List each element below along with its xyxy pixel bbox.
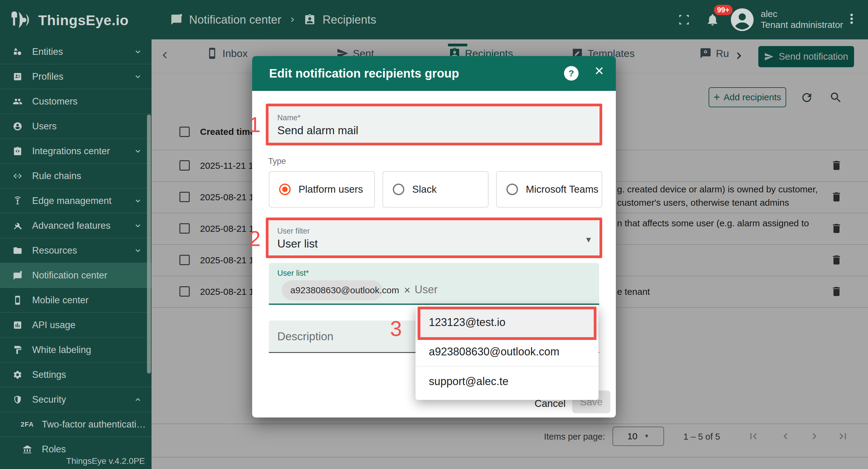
avatar[interactable] xyxy=(730,7,755,32)
type-label: Type xyxy=(268,157,286,166)
sidebar-item-customers[interactable]: Customers xyxy=(0,89,152,114)
logo-text: ThingsEye.io xyxy=(38,12,129,29)
2fa-icon: 2FA xyxy=(21,420,34,429)
dropdown-caret-icon[interactable]: ▼ xyxy=(585,235,592,245)
sidebar-item-label: Security xyxy=(32,394,133,405)
sidebar-item-advanced-features[interactable]: Advanced features xyxy=(0,213,152,238)
radio-icon[interactable] xyxy=(506,184,518,195)
dropdown-option[interactable]: a923808630@outlook.com xyxy=(415,337,598,367)
sidebar-item-white-labeling[interactable]: White labeling xyxy=(0,338,152,362)
user-chip[interactable]: a923808630@outlook.com × xyxy=(282,280,382,300)
sidebar-item-resources[interactable]: Resources xyxy=(0,238,152,263)
sidebar-item-label: Rule chains xyxy=(32,170,152,182)
user-list-label: User list* xyxy=(277,269,309,278)
chevron-down-icon xyxy=(133,221,143,230)
type-option-microsoft-teams[interactable]: Microsoft Teams xyxy=(496,171,602,208)
type-option-slack[interactable]: Slack xyxy=(382,171,489,208)
sidebar-item-label: Resources xyxy=(32,245,133,256)
dropdown-option[interactable]: support@alec.te xyxy=(415,367,598,396)
sidebar-item-label: Two-factor authenticati… xyxy=(42,419,152,430)
sidebar-item-label: Mobile center xyxy=(32,295,152,306)
sidebar-item-entities[interactable]: Entities xyxy=(0,39,152,64)
more-menu-icon[interactable] xyxy=(845,12,858,26)
sidebar-item-label: Users xyxy=(32,121,152,132)
sidebar-item-api-usage[interactable]: API usage xyxy=(0,313,152,338)
sidebar: Entities Profiles Customers Users Integr… xyxy=(0,39,152,469)
user-chip-value: a923808630@outlook.com xyxy=(290,285,399,295)
chevron-down-icon xyxy=(133,47,143,56)
sidebar-item-rule-chains[interactable]: Rule chains xyxy=(0,164,152,188)
chevron-up-icon xyxy=(133,395,143,404)
sidebar-item-label: Advanced features xyxy=(32,220,133,231)
sidebar-item-settings[interactable]: Settings xyxy=(0,362,152,387)
chip-remove-icon[interactable]: × xyxy=(404,285,410,296)
annotation-number-1: 1 xyxy=(247,114,261,135)
user-role: Tenant administrator xyxy=(761,20,843,30)
breadcrumb-page: Recipients xyxy=(322,13,376,26)
notification-center-icon xyxy=(11,271,24,280)
dialog-title: Edit notification recipients group xyxy=(269,56,459,91)
sidebar-item-edge-management[interactable]: Edge management xyxy=(0,188,152,213)
sidebar-item-label: Notification center xyxy=(32,270,152,281)
name-field-value: Send alarm mail xyxy=(277,124,358,137)
user-info[interactable]: alec Tenant administrator xyxy=(761,8,843,30)
sidebar-item-users[interactable]: Users xyxy=(0,114,152,139)
edit-recipients-group-dialog: Edit notification recipients group ? × N… xyxy=(252,56,616,417)
radio-selected-icon[interactable] xyxy=(279,184,291,195)
sidebar-item-integrations-center[interactable]: Integrations center xyxy=(0,139,152,164)
breadcrumb-chevron-icon xyxy=(288,15,297,24)
type-option-label: Slack xyxy=(412,184,437,195)
user-filter-select[interactable]: User filter User list ▼ xyxy=(269,221,599,255)
sidebar-item-label: Edge management xyxy=(32,195,133,206)
sidebar-item-label: API usage xyxy=(32,320,152,331)
code-icon xyxy=(11,171,24,181)
sidebar-scrollbar[interactable] xyxy=(147,115,151,374)
antenna-icon xyxy=(11,196,24,206)
tools-icon xyxy=(11,221,24,230)
user-filter-label: User filter xyxy=(277,227,310,236)
folder-icon xyxy=(11,246,24,255)
person-icon xyxy=(11,122,24,131)
breadcrumb-section[interactable]: Notification center xyxy=(189,13,281,26)
sidebar-item-label: Settings xyxy=(32,369,152,380)
shapes-icon xyxy=(11,47,24,57)
sidebar-item-label: White labeling xyxy=(32,344,152,355)
user-input-placeholder[interactable]: User xyxy=(414,283,438,296)
sidebar-item-mobile-center[interactable]: Mobile center xyxy=(0,288,152,313)
user-autocomplete-dropdown: 123123@test.io a923808630@outlook.com su… xyxy=(415,305,598,400)
breadcrumb: Notification center Recipients xyxy=(170,0,376,39)
name-field[interactable]: Name* Send alarm mail xyxy=(269,107,599,143)
recipients-icon xyxy=(304,13,316,26)
chevron-down-icon xyxy=(133,246,143,255)
help-icon[interactable]: ? xyxy=(564,66,579,81)
smartphone-icon xyxy=(11,295,24,305)
sidebar-item-notification-center[interactable]: Notification center xyxy=(0,263,152,288)
integration-icon xyxy=(11,146,24,156)
application-window: ThingsEye.io Notification center Recipie… xyxy=(0,0,868,469)
app-logo[interactable]: ThingsEye.io xyxy=(8,8,129,32)
dialog-header: Edit notification recipients group ? × xyxy=(252,56,616,91)
app-version: ThingsEye v.4.2.0PE xyxy=(0,453,152,469)
top-bar: ThingsEye.io Notification center Recipie… xyxy=(0,0,868,39)
people-icon xyxy=(11,97,24,106)
name-field-label: Name* xyxy=(277,113,300,122)
logo-icon xyxy=(8,8,33,32)
sidebar-item-profiles[interactable]: Profiles xyxy=(0,64,152,89)
description-placeholder: Description xyxy=(277,330,333,343)
chevron-down-icon xyxy=(133,72,143,81)
sidebar-item-security[interactable]: Security xyxy=(0,387,152,412)
radio-icon[interactable] xyxy=(393,184,404,195)
type-option-label: Microsoft Teams xyxy=(526,184,598,195)
chart-icon xyxy=(11,320,24,330)
fullscreen-icon[interactable] xyxy=(678,13,690,26)
type-option-platform-users[interactable]: Platform users xyxy=(269,171,375,208)
chevron-down-icon xyxy=(133,147,143,156)
user-name: alec xyxy=(761,8,843,20)
close-icon[interactable]: × xyxy=(595,63,604,79)
sidebar-item-label: Entities xyxy=(32,46,133,57)
user-filter-value: User list xyxy=(277,238,318,250)
dropdown-option[interactable]: 123123@test.io xyxy=(415,308,598,337)
notification-center-icon xyxy=(170,13,182,26)
sidebar-item-two-factor-authentication[interactable]: 2FA Two-factor authenticati… xyxy=(0,412,152,437)
sidebar-item-label: Integrations center xyxy=(32,146,133,157)
